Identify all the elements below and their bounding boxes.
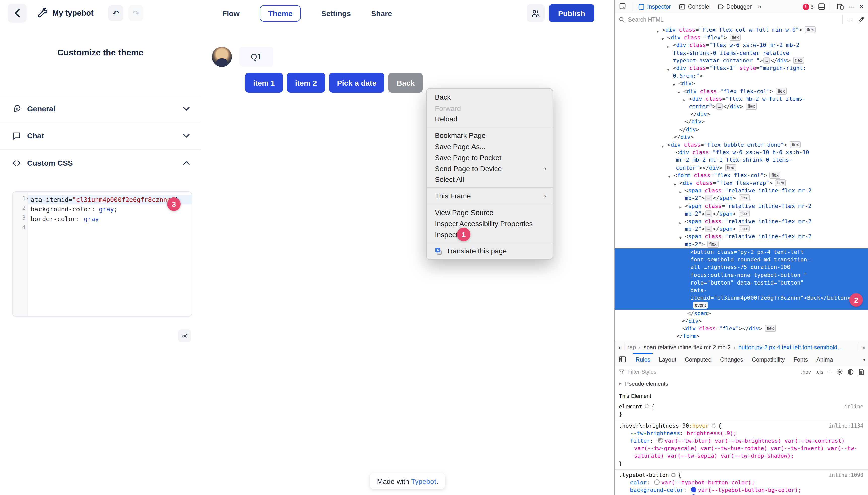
choice-button-item2[interactable]: item 2: [287, 72, 325, 93]
tree-node[interactable]: </span>: [615, 309, 868, 317]
html-search-bar[interactable]: Search HTML +: [615, 13, 868, 27]
rule-selector[interactable]: element{inline: [619, 403, 865, 410]
panel-tab-animations[interactable]: Anima: [816, 356, 833, 362]
tree-node[interactable]: </div>: [615, 126, 868, 133]
error-count-badge[interactable]: ! 3: [802, 3, 813, 10]
editor-code-line[interactable]: border-color: gray: [28, 214, 192, 224]
tree-node[interactable]: ▶<span class="relative inline-flex mr-2 …: [615, 187, 868, 202]
tab-theme[interactable]: Theme: [260, 5, 301, 21]
panel-tab-changes[interactable]: Changes: [720, 356, 743, 362]
flex-badge[interactable]: flex: [775, 179, 786, 186]
flex-badge[interactable]: flex: [746, 103, 757, 110]
css-declaration[interactable]: filter: var(--tw-blur) var(--tw-brightne…: [619, 437, 865, 460]
rule-selector[interactable]: .hover\:brightness-90:hover{inline:1134: [619, 422, 865, 429]
split-console-icon[interactable]: [818, 3, 825, 10]
menu-item-select-all[interactable]: Select All: [427, 174, 552, 185]
devtools-tab-console[interactable]: Console: [675, 0, 713, 13]
light-scheme-icon[interactable]: [836, 368, 843, 375]
flex-badge[interactable]: flex: [708, 240, 719, 248]
tree-node[interactable]: ▼<div class="flex flex-col w-full min-w-…: [615, 26, 868, 34]
color-swatch[interactable]: [654, 479, 660, 485]
rule-source-link[interactable]: inline:1134: [829, 422, 864, 429]
panel-tab-computed[interactable]: Computed: [685, 356, 711, 362]
tree-node-selected[interactable]: <button class="py-2 px-4 text-left font-…: [615, 248, 868, 309]
tree-node[interactable]: ▼<div class="flex bubble-enter-done">fle…: [615, 141, 868, 149]
add-rule-button[interactable]: +: [828, 368, 832, 375]
inline-expand-icon[interactable]: …: [706, 210, 712, 217]
tab-share[interactable]: Share: [371, 9, 392, 17]
tree-node[interactable]: <div class="flex w-6 xs:w-10 h-6 xs:h-10…: [615, 149, 868, 172]
typebot-link[interactable]: Typebot: [411, 477, 436, 485]
tab-flow[interactable]: Flow: [223, 9, 240, 17]
css-declaration[interactable]: --tw-brightness: brightness(.9);: [619, 429, 865, 437]
preview-runner-button[interactable]: [178, 329, 191, 342]
menu-item-reload[interactable]: Reload: [427, 114, 552, 125]
sidebar-toggle-icon[interactable]: [619, 356, 627, 362]
section-general[interactable]: General: [0, 95, 201, 122]
tab-settings[interactable]: Settings: [321, 9, 351, 17]
devtools-tab-debugger[interactable]: Debugger: [713, 0, 756, 13]
menu-item-inspect[interactable]: Inspect: [427, 229, 552, 240]
edit-classes-button[interactable]: .cls: [815, 369, 823, 375]
selector-highlighter-icon[interactable]: [671, 472, 676, 477]
expand-arrow-icon[interactable]: ▶: [667, 43, 669, 51]
menu-item-translate-this-page[interactable]: ATranslate this page: [427, 245, 552, 257]
flex-badge[interactable]: flex: [739, 210, 749, 217]
tree-node[interactable]: </div>: [615, 118, 868, 126]
flex-badge[interactable]: flex: [725, 164, 736, 171]
menu-item-back[interactable]: Back: [427, 92, 552, 103]
tree-node[interactable]: </div>: [615, 110, 868, 118]
section-chat[interactable]: Chat: [0, 122, 201, 149]
choice-button-item1[interactable]: item 1: [245, 72, 283, 93]
menu-item-inspect-accessibility-properties[interactable]: Inspect Accessibility Properties: [427, 218, 552, 229]
devtools-tab-inspector[interactable]: Inspector: [634, 0, 675, 13]
flex-badge[interactable]: flex: [793, 57, 804, 64]
inline-expand-icon[interactable]: …: [763, 57, 770, 64]
tree-node[interactable]: </div>: [615, 317, 868, 325]
panel-tab-fonts[interactable]: Fonts: [794, 356, 808, 362]
breadcrumb-item[interactable]: rap: [627, 344, 636, 351]
selector-highlighter-icon[interactable]: [644, 404, 649, 409]
tree-node[interactable]: ▶<span class="relative inline-flex mr-2 …: [615, 202, 868, 218]
pseudo-elements-section[interactable]: ▶ Pseudo-elements: [615, 378, 868, 390]
tree-node[interactable]: ▼<span class="relative inline-flex mr-2 …: [615, 233, 868, 248]
collaborators-button[interactable]: [527, 4, 545, 22]
fold-arrow-icon[interactable]: ▾: [26, 197, 29, 201]
flex-badge[interactable]: flex: [739, 194, 749, 202]
custom-css-editor[interactable]: 1▾234 ata-itemid="cl3iunm4p000f2e6gfr8cz…: [12, 191, 192, 317]
node-picker-button[interactable]: [615, 0, 632, 13]
css-declaration[interactable]: background-color: var(--typebot-button-b…: [619, 487, 865, 494]
menu-item-save-page-to-pocket[interactable]: Save Page to Pocket: [427, 152, 552, 163]
filter-swatch-icon[interactable]: [658, 438, 663, 443]
devtools-close-button[interactable]: ✕: [860, 4, 864, 9]
choice-button-back[interactable]: Back: [388, 72, 423, 93]
tree-node[interactable]: ▶<div class="flex mb-2 w-full items-cent…: [615, 95, 868, 110]
collapse-arrow-icon[interactable]: ▼: [679, 235, 681, 242]
breadcrumb-item[interactable]: span.relative.inline-flex.mr-2.mb-2: [643, 344, 731, 351]
print-simulation-icon[interactable]: [858, 368, 865, 375]
rule-source-link[interactable]: inline: [844, 403, 864, 410]
tree-node[interactable]: ▼<div class="flex">flex: [615, 34, 868, 41]
toggle-pseudo-classes-button[interactable]: :hov: [801, 369, 811, 375]
tree-node[interactable]: ▼<div class="flex-1" style="margin-right…: [615, 65, 868, 80]
menu-item-send-page-to-device[interactable]: Send Page to Device›: [427, 163, 552, 174]
choice-button-pick-a-date[interactable]: Pick a date: [329, 72, 385, 93]
event-badge[interactable]: event: [693, 302, 708, 309]
color-swatch[interactable]: [691, 487, 696, 493]
panel-tabs-dropdown-icon[interactable]: ▾: [863, 357, 868, 362]
add-node-button[interactable]: +: [848, 16, 852, 23]
section-custom-css[interactable]: Custom CSS: [0, 149, 201, 176]
menu-item-this-frame[interactable]: This Frame›: [427, 191, 552, 202]
expand-arrow-icon[interactable]: ▶: [679, 219, 681, 227]
devtools-menu-button[interactable]: ⋯: [848, 3, 855, 10]
eyedropper-icon[interactable]: [858, 16, 865, 23]
filter-styles-bar[interactable]: Filter Styles :hov .cls +: [615, 365, 868, 378]
breadcrumb-forward-icon[interactable]: ›: [859, 343, 868, 352]
flex-badge[interactable]: flex: [765, 325, 776, 332]
inline-expand-icon[interactable]: …: [716, 103, 723, 110]
publish-button[interactable]: Publish: [549, 4, 594, 22]
inline-expand-icon[interactable]: …: [706, 195, 712, 202]
breadcrumb-back-icon[interactable]: ‹: [615, 343, 624, 352]
tree-node[interactable]: ▼<div>: [615, 80, 868, 87]
editor-code-line[interactable]: [28, 224, 192, 233]
